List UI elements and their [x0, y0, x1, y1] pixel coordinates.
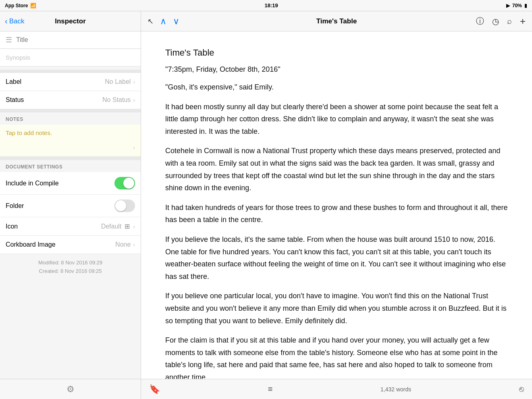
document-settings-header: DOCUMENT SETTINGS: [0, 160, 141, 172]
settings-gear-icon[interactable]: ⚙: [66, 384, 75, 395]
share-icon[interactable]: ⎋: [519, 384, 524, 394]
editor-doc-title: Time's Table: [212, 17, 461, 25]
list-icon[interactable]: ≡: [268, 384, 273, 394]
icon-row[interactable]: Icon Default ⊞ ›: [0, 217, 141, 236]
label-chevron-icon: ›: [133, 79, 135, 85]
folder-toggle-knob: [115, 200, 126, 211]
title-field-container[interactable]: ☰: [0, 31, 141, 49]
paragraph-4: If you believe the locals, it's the same…: [165, 233, 508, 283]
back-button[interactable]: ‹ Back: [5, 17, 24, 26]
add-icon[interactable]: +: [520, 16, 526, 27]
include-in-compile-label: Include in Compile: [6, 180, 59, 187]
title-input[interactable]: [16, 36, 135, 44]
icon-chevron-icon: ›: [133, 223, 135, 230]
label-row-value: No Label ›: [105, 78, 135, 85]
status-row-value: No Status ›: [102, 96, 135, 104]
folder-row: Folder: [0, 195, 141, 217]
status-row[interactable]: Status No Status ›: [0, 91, 141, 109]
status-row-label: Status: [6, 96, 24, 104]
modified-info: Modified: 8 Nov 2016 09:29 Created: 8 No…: [0, 254, 141, 281]
inspector-footer: ⚙: [0, 379, 141, 399]
include-in-compile-row: Include in Compile: [0, 172, 141, 195]
paragraph-5: If you believe one particular local, you…: [165, 290, 508, 327]
folder-toggle[interactable]: [114, 200, 135, 212]
status-right: ▶ 70% ▮: [506, 3, 527, 8]
status-time: 18:19: [265, 2, 278, 8]
editor-toolbar: ↖ ∧ ∨ Time's Table ⓘ ◷ ⌕ +: [141, 11, 532, 31]
icon-row-value: Default ⊞ ›: [101, 222, 135, 230]
paragraph-0: "Gosh, it's expensive," said Emily.: [165, 81, 508, 94]
document-icon: ☰: [6, 35, 12, 44]
prev-item-icon[interactable]: ∧: [160, 16, 166, 27]
folder-label: Folder: [6, 202, 24, 210]
toggle-knob: [123, 178, 134, 189]
editor-content[interactable]: Time's Table "7:35pm, Friday, October 8t…: [141, 31, 532, 379]
document-subtitle: "7:35pm, Friday, October 8th, 2016": [165, 65, 508, 74]
main-layout: ‹ Back Inspector ☰ Synopsis Label No Lab…: [0, 11, 532, 399]
status-chevron-icon: ›: [133, 97, 135, 103]
separator-3: [0, 157, 141, 160]
label-value-text: No Label: [105, 78, 131, 85]
toolbar-right: ⓘ ◷ ⌕ +: [461, 16, 526, 27]
next-item-icon[interactable]: ∨: [173, 16, 179, 27]
notes-area[interactable]: Tap to add notes. ›: [0, 125, 141, 157]
editor-panel: ↖ ∧ ∨ Time's Table ⓘ ◷ ⌕ + Time's Table …: [141, 11, 532, 399]
battery-icon: ▮: [524, 3, 527, 8]
icon-row-label: Icon: [6, 223, 18, 230]
include-in-compile-toggle[interactable]: [114, 177, 135, 189]
inspector-content: ☰ Synopsis Label No Label › Status N: [0, 31, 141, 379]
back-chevron-icon: ‹: [5, 17, 8, 26]
paragraph-3: It had taken hundreds of years for those…: [165, 202, 508, 226]
wifi-icon: 📶: [30, 3, 36, 8]
notes-placeholder: Tap to add notes.: [6, 129, 52, 136]
paragraph-1: It had been mostly sunny all day but cle…: [165, 101, 508, 138]
inspector-header: ‹ Back Inspector: [0, 11, 141, 31]
paragraph-6: For the claim is that if you sit at this…: [165, 334, 508, 379]
info-icon[interactable]: ⓘ: [476, 16, 484, 27]
history-icon[interactable]: ◷: [492, 17, 499, 26]
toolbar-left: ↖ ∧ ∨: [148, 16, 212, 27]
grid-icon: ⊞: [125, 222, 130, 230]
document-title: Time's Table: [165, 48, 508, 58]
battery-percent: 70%: [512, 3, 522, 8]
notes-section-header: NOTES: [0, 112, 141, 125]
search-icon[interactable]: ⌕: [507, 17, 512, 26]
corkboard-chevron-icon: ›: [133, 241, 135, 248]
status-bar: App Store 📶 18:19 ▶ 70% ▮: [0, 0, 532, 11]
synopsis-placeholder: Synopsis: [6, 54, 30, 61]
status-left: App Store 📶: [5, 3, 36, 8]
separator-1: [0, 70, 141, 73]
app-store-label: App Store: [5, 3, 28, 8]
label-row-label: Label: [6, 78, 21, 85]
modified-date: Modified: 8 Nov 2016 09:29: [6, 259, 135, 267]
corkboard-value-text: None: [115, 241, 131, 248]
notes-chevron-icon: ›: [133, 144, 135, 151]
move-icon[interactable]: ↖: [148, 17, 154, 26]
label-row[interactable]: Label No Label ›: [0, 73, 141, 91]
separator-2: [0, 109, 141, 112]
word-count: 1,432 words: [380, 386, 411, 393]
created-date: Created: 8 Nov 2016 09:25: [6, 267, 135, 276]
icon-value-text: Default: [101, 223, 122, 230]
paragraph-2: Cotehele in Cornwall is now a National T…: [165, 145, 508, 194]
corkboard-value: None ›: [115, 241, 135, 248]
corkboard-row[interactable]: Corkboard Image None ›: [0, 236, 141, 254]
back-label: Back: [9, 17, 25, 25]
inspector-title: Inspector: [55, 17, 86, 25]
location-icon: ▶: [506, 3, 510, 8]
inspector-panel: ‹ Back Inspector ☰ Synopsis Label No Lab…: [0, 11, 141, 399]
status-value-text: No Status: [102, 96, 131, 104]
synopsis-container[interactable]: Synopsis: [0, 49, 141, 66]
bookmark-icon[interactable]: 🔖: [149, 384, 160, 395]
corkboard-label: Corkboard Image: [6, 241, 56, 248]
editor-footer: 🔖 ≡ 1,432 words ⎋: [141, 379, 532, 399]
